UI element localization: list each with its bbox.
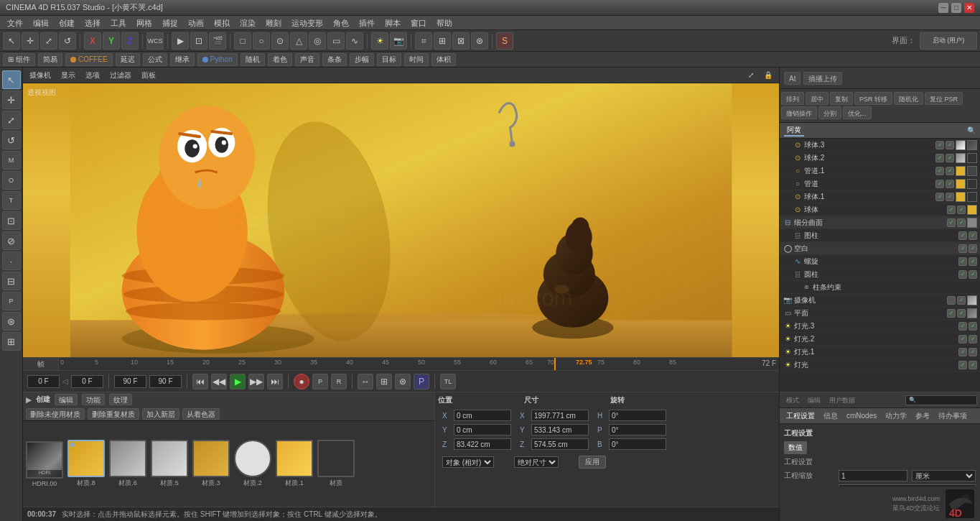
- menu-item-模拟[interactable]: 模拟: [210, 17, 234, 29]
- vis-check[interactable]: ✓: [958, 361, 967, 369]
- plugin-time-btn[interactable]: 时间: [404, 53, 429, 66]
- om-tube[interactable]: ○ 管道 ✓ ✓: [780, 177, 980, 190]
- om-search-btn[interactable]: 🔍: [967, 126, 976, 134]
- render-check[interactable]: ✓: [957, 296, 966, 305]
- material-item-3[interactable]: 材质.3: [192, 440, 230, 488]
- om-sphere1[interactable]: ⊙ 球体.1 ✓ ✓: [780, 190, 980, 203]
- op-undo-btn[interactable]: 撤销操作: [781, 106, 817, 119]
- upload-btn[interactable]: 插播上传: [803, 72, 842, 85]
- record-btn[interactable]: ●: [294, 374, 309, 389]
- plugin-random-btn[interactable]: 随机: [241, 53, 265, 66]
- om-constraint[interactable]: ⊛ 柱条约束: [780, 281, 980, 294]
- pos-z-input[interactable]: [454, 438, 511, 450]
- om-light1[interactable]: ☀ 灯光.1 ✓ ✓: [780, 346, 980, 359]
- op-copy-btn[interactable]: 复制: [830, 92, 853, 105]
- light-btn[interactable]: ☀: [371, 32, 388, 50]
- vt-panel[interactable]: 面板: [138, 69, 159, 82]
- select-mode-btn[interactable]: ↖: [2, 70, 21, 89]
- render-check[interactable]: ✓: [957, 218, 966, 227]
- maximize-button[interactable]: □: [951, 3, 961, 13]
- mograph-btn[interactable]: ⊠: [452, 32, 470, 50]
- delete-dup-btn[interactable]: 删除重复材质: [88, 408, 139, 420]
- attr-tab-dynamics[interactable]: 动力学: [882, 410, 910, 423]
- render-check[interactable]: ✓: [957, 206, 966, 214]
- render-check[interactable]: ✓: [969, 361, 977, 369]
- transport-prev-btn[interactable]: ◀◀: [211, 374, 227, 389]
- rot-p-input[interactable]: [609, 424, 666, 435]
- om-list[interactable]: ⊙ 球体.3 ✓ ✓ ⊙ 球体.2 ✓ ✓: [780, 139, 980, 392]
- scale-input[interactable]: [839, 470, 907, 481]
- plugin-simple-btn[interactable]: 简易: [38, 53, 62, 66]
- render-check[interactable]: ✓: [946, 180, 954, 188]
- attr-tab-todo[interactable]: 待办事项: [935, 410, 971, 423]
- plugin-coffee-btn[interactable]: COFFEE: [65, 53, 113, 66]
- vis-check[interactable]: [947, 296, 956, 305]
- dynamics-btn[interactable]: ⊛: [471, 32, 488, 50]
- cylinder-btn[interactable]: ⊙: [271, 32, 289, 50]
- om-light3[interactable]: ☀ 灯光.3 ✓ ✓: [780, 320, 980, 333]
- paint-btn[interactable]: P: [2, 292, 21, 310]
- op-reset-psr-btn[interactable]: 复位 PSR: [925, 92, 963, 105]
- vis-check[interactable]: ✓: [958, 257, 967, 266]
- om-camera[interactable]: 📷 摄像机 ✓: [780, 294, 980, 307]
- render-check[interactable]: ✓: [969, 322, 977, 331]
- plugin-python-btn[interactable]: Python: [197, 53, 238, 66]
- mat-texture-btn[interactable]: 纹理: [109, 394, 132, 405]
- add-layer-btn[interactable]: 加入新层: [142, 408, 179, 420]
- size-y-input[interactable]: [531, 424, 589, 435]
- scale-mode-btn[interactable]: ⤢: [2, 111, 21, 129]
- menu-item-插件[interactable]: 插件: [355, 17, 379, 29]
- delete-unused-btn[interactable]: 删除未使用材质: [26, 408, 85, 420]
- menu-item-编辑[interactable]: 编辑: [29, 17, 53, 29]
- pos-x-input[interactable]: [454, 410, 511, 421]
- plane-btn[interactable]: ▭: [327, 32, 345, 50]
- viewport-3d[interactable]: CG模型主 www.cgsouv.com 透视视图: [23, 83, 779, 357]
- vt-options[interactable]: 选项: [82, 69, 103, 82]
- mat-edit-btn[interactable]: 编辑: [55, 394, 78, 405]
- render-check[interactable]: ✓: [946, 141, 954, 149]
- vt-lock-btn[interactable]: 🔒: [760, 69, 776, 82]
- menu-item-动画[interactable]: 动画: [184, 17, 208, 29]
- coord-system-btn[interactable]: WCS: [146, 32, 164, 50]
- plugin-formula-btn[interactable]: 公式: [143, 53, 167, 66]
- render-check[interactable]: ✓: [969, 231, 977, 240]
- attr-tab-ref[interactable]: 参考: [912, 410, 933, 423]
- material-item-2[interactable]: 材质.2: [234, 440, 271, 488]
- material-item-base[interactable]: 材质: [317, 440, 355, 488]
- from-shader-btn[interactable]: 从着色器: [182, 408, 220, 420]
- menu-item-渲染[interactable]: 渲染: [235, 17, 260, 29]
- plugin-shade-btn[interactable]: 着色: [268, 53, 292, 66]
- end-frame-input[interactable]: [114, 375, 146, 388]
- om-plane[interactable]: ▭ 平面 ✓ ✓: [780, 307, 980, 320]
- preview-btn[interactable]: P: [414, 374, 429, 389]
- op-center-btn[interactable]: 居中: [806, 92, 829, 105]
- menu-item-雕刻[interactable]: 雕刻: [261, 17, 286, 29]
- scale-unit-select[interactable]: 厘米 米: [912, 470, 976, 481]
- vis-check[interactable]: ✓: [935, 193, 944, 201]
- menu-item-工具[interactable]: 工具: [106, 17, 131, 29]
- attr-search[interactable]: 🔍: [905, 395, 977, 405]
- attr-tab-project[interactable]: 工程设置: [783, 410, 818, 423]
- vt-camera[interactable]: 摄像机: [26, 69, 55, 82]
- start-frame-input[interactable]: [71, 375, 103, 388]
- move-mode-btn[interactable]: ✛: [2, 91, 21, 109]
- pos-y-input[interactable]: [454, 424, 511, 435]
- om-tab-main[interactable]: 阿黄: [784, 125, 804, 137]
- model-mode-btn[interactable]: M: [2, 151, 21, 170]
- material-item-5[interactable]: 材质.5: [151, 440, 188, 488]
- current-frame-input[interactable]: [27, 375, 60, 388]
- auto-key-btn[interactable]: ⊛: [395, 374, 411, 389]
- object-mode-btn[interactable]: O: [2, 171, 21, 190]
- op-sort-btn[interactable]: 排列: [781, 92, 804, 105]
- deformer-btn[interactable]: ⌗: [415, 32, 432, 50]
- mat-func-btn[interactable]: 功能: [82, 394, 105, 405]
- om-null[interactable]: ◯ 空白 ✓ ✓: [780, 242, 980, 255]
- plugin-groups-btn[interactable]: ⊞ 组件: [3, 53, 35, 66]
- grid-btn[interactable]: ⊞: [2, 332, 21, 351]
- scale-tool-btn[interactable]: ⤢: [40, 32, 57, 50]
- vis-check[interactable]: ✓: [935, 154, 944, 162]
- render-output-btn[interactable]: 🎬: [209, 32, 226, 50]
- menu-item-文件[interactable]: 文件: [3, 17, 27, 29]
- x-axis-btn[interactable]: X: [84, 32, 101, 50]
- menu-item-窗口[interactable]: 窗口: [406, 17, 431, 29]
